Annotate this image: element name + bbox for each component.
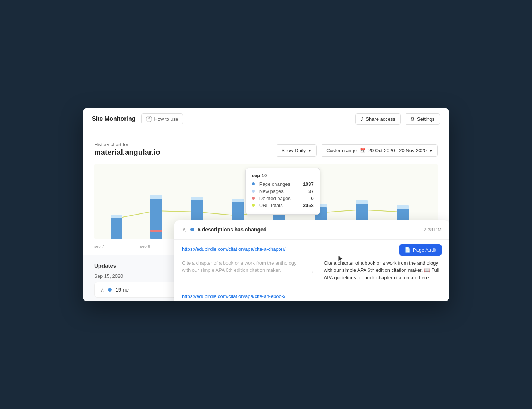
page-audit-label: Page Audit xyxy=(413,247,436,253)
show-daily-label: Show Daily xyxy=(281,148,306,153)
tooltip-value-new-pages: 37 xyxy=(308,188,313,194)
svg-rect-4 xyxy=(150,195,162,199)
main-window: Site Monitoring ? How to use ⤴ Share acc… xyxy=(83,108,449,301)
panel-title: 6 descriptions has changed xyxy=(198,227,266,233)
x-label-0: sep 7 xyxy=(94,244,104,249)
panel-collapse-icon[interactable]: ∧ xyxy=(182,226,186,233)
x-label-1: sep 8 xyxy=(140,244,150,249)
settings-button[interactable]: ⚙ Settings xyxy=(405,113,440,125)
tooltip-dot-new-pages xyxy=(252,190,255,193)
tooltip-value-deleted-pages: 0 xyxy=(311,196,314,201)
svg-rect-5 xyxy=(150,230,162,232)
how-to-use-button[interactable]: ? How to use xyxy=(141,113,183,124)
share-access-label: Share access xyxy=(366,116,395,122)
change-url-row-1: https://edubirdie.com/citation/apa/cite-… xyxy=(182,293,442,301)
tooltip-date: sep 10 xyxy=(252,173,314,178)
history-domain: material.angular.io xyxy=(94,148,160,157)
tooltip-dot-url-totals xyxy=(252,204,255,207)
date-range-dropdown[interactable]: Custom range 📅 20 Oct 2020 - 20 Nov 2020… xyxy=(321,144,438,157)
tooltip-row-url-totals: URL Totals 2058 xyxy=(252,203,314,208)
svg-rect-2 xyxy=(111,215,122,218)
question-icon: ? xyxy=(146,116,152,122)
history-label: History chart for xyxy=(94,142,160,147)
date-range-value: 20 Oct 2020 - 20 Nov 2020 xyxy=(368,148,427,153)
svg-rect-7 xyxy=(191,197,203,200)
change-block-1: https://edubirdie.com/citation/apa/cite-… xyxy=(174,287,449,301)
calendar-icon: 📅 xyxy=(360,148,365,153)
tooltip-label-deleted-pages: Deleted pages xyxy=(259,196,307,201)
history-header: History chart for material.angular.io Sh… xyxy=(94,142,438,157)
top-bar-right: ⤴ Share access ⚙ Settings xyxy=(355,113,440,125)
document-icon: 📄 xyxy=(405,247,411,253)
share-icon: ⤴ xyxy=(361,116,364,122)
tooltip-label-url-totals: URL Totals xyxy=(259,203,299,208)
tooltip-value-page-changes: 1037 xyxy=(303,181,314,187)
change-block-0: https://edubirdie.com/citation/apa/cite-… xyxy=(174,240,449,288)
top-bar-left: Site Monitoring ? How to use xyxy=(92,113,183,124)
tooltip-label-new-pages: New pages xyxy=(259,188,304,194)
panel-dot xyxy=(190,228,194,231)
app-title: Site Monitoring xyxy=(92,116,135,122)
chart-controls: Show Daily ▾ Custom range 📅 20 Oct 2020 … xyxy=(276,144,438,157)
svg-rect-18 xyxy=(356,200,368,204)
settings-label: Settings xyxy=(417,116,434,122)
history-title-block: History chart for material.angular.io xyxy=(94,142,160,157)
top-bar: Site Monitoring ? How to use ⤴ Share acc… xyxy=(83,108,449,130)
custom-range-label: Custom range xyxy=(326,148,357,153)
svg-rect-3 xyxy=(150,198,162,239)
show-daily-dropdown[interactable]: Show Daily ▾ xyxy=(276,144,317,157)
change-url-link-1[interactable]: https://edubirdie.com/citation/apa/cite-… xyxy=(182,293,285,299)
share-access-button[interactable]: ⤴ Share access xyxy=(355,113,401,125)
panel-time: 2:38 PM xyxy=(424,227,442,233)
group-dot xyxy=(108,288,112,292)
change-url-link-0[interactable]: https://edubirdie.com/citation/apa/cite-… xyxy=(182,246,285,252)
tooltip-row-page-changes: Page changes 1037 xyxy=(252,181,314,187)
tooltip-dot-page-changes xyxy=(252,182,255,185)
changes-panel: ∧ 6 descriptions has changed 2:38 PM htt… xyxy=(174,220,449,301)
collapse-icon[interactable]: ∧ xyxy=(100,287,104,293)
new-text-0: Cite a chapter of a book or a work from … xyxy=(324,259,442,282)
chevron-down-icon-2: ▾ xyxy=(430,148,432,153)
page-audit-button[interactable]: 📄 Page Audit xyxy=(399,244,442,256)
arrow-icon-0: → xyxy=(304,259,319,275)
change-content-row-0: Cite a chapter of a book or a work from … xyxy=(182,259,442,282)
tooltip-value-url-totals: 2058 xyxy=(303,203,314,208)
chevron-down-icon: ▾ xyxy=(309,148,311,153)
old-text-0: Cite a chapter of a book or a work from … xyxy=(182,259,300,274)
tooltip-row-new-pages: New pages 37 xyxy=(252,188,314,194)
panel-header: ∧ 6 descriptions has changed 2:38 PM xyxy=(174,220,449,240)
chart-tooltip: sep 10 Page changes 1037 New pages 37 De… xyxy=(245,168,320,215)
svg-rect-1 xyxy=(111,216,122,239)
change-url-row-0: https://edubirdie.com/citation/apa/cite-… xyxy=(182,246,442,256)
tooltip-label-page-changes: Page changes xyxy=(259,181,299,187)
svg-rect-21 xyxy=(397,205,409,209)
tooltip-row-deleted-pages: Deleted pages 0 xyxy=(252,196,314,201)
group-label: 19 ne xyxy=(115,287,129,293)
tooltip-dot-deleted-pages xyxy=(252,197,255,200)
panel-header-left: ∧ 6 descriptions has changed xyxy=(182,226,266,233)
svg-rect-9 xyxy=(232,199,244,202)
how-to-use-label: How to use xyxy=(154,116,178,122)
gear-icon: ⚙ xyxy=(410,116,415,122)
